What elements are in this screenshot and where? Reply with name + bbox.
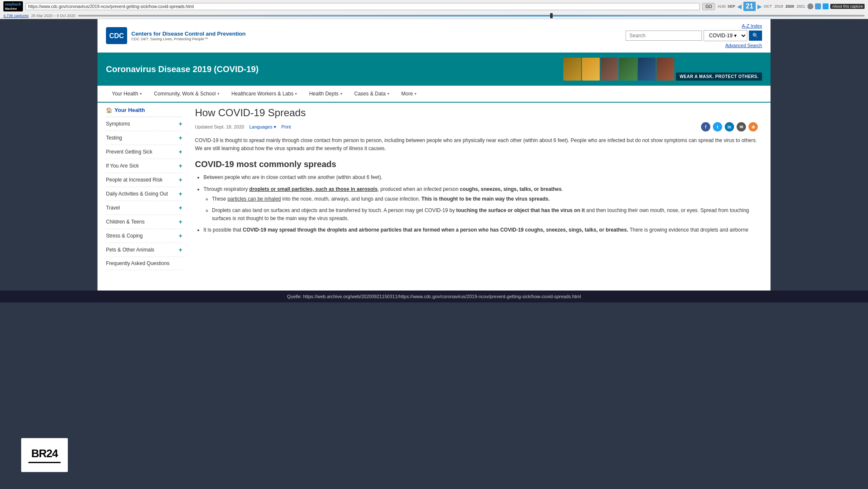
social-linkedin-icon[interactable]: in [725, 122, 734, 131]
nav-item-health-depts[interactable]: Health Depts ▾ [303, 86, 348, 102]
br24-logo: BR24 [21, 438, 68, 472]
sidebar-plus-daily: + [179, 190, 182, 197]
wayback-month-sep: SEP [728, 4, 735, 8]
wayback-timeline-dot [550, 13, 553, 18]
sidebar-plus-stress: + [179, 232, 182, 239]
article-intro: COVID-19 is thought to spread mainly thr… [195, 137, 758, 153]
nav-item-more[interactable]: More ▾ [395, 86, 423, 102]
source-text: Quelle: https://web.archive.org/web/2020… [287, 294, 581, 299]
mask-text-overlay: WEAR A MASK. PROTECT OTHERS. [676, 73, 762, 81]
article-languages-button[interactable]: Languages ▾ [249, 124, 276, 130]
nav-item-healthcare[interactable]: Healthcare Workers & Labs ▾ [225, 86, 303, 102]
article-date: Updated Sept. 18, 2020 [195, 124, 244, 129]
sidebar-item-symptoms[interactable]: Symptoms + [106, 117, 182, 131]
nav-item-community[interactable]: Community, Work & School ▾ [148, 86, 225, 102]
article-subbullet-2: Droplets can also land on surfaces and o… [212, 207, 758, 223]
article-bullet-3: It is possible that COVID-19 may spread … [203, 226, 758, 234]
wayback-bar: waybackMachine GO AUG SEP ◀ 21 ▶ OCT 201… [0, 0, 868, 19]
wayback-year-right: 2021 [796, 4, 805, 8]
wayback-date-range: 25 Mar 2020 – 9 Oct 2020 [31, 14, 76, 18]
article-subbullet-1: These particles can be inhaled into the … [212, 195, 758, 203]
cdc-search-dropdown[interactable]: COVID-19 ▾ [704, 30, 747, 41]
sidebar-plus-pets: + [179, 246, 182, 253]
cdc-advanced-search-link[interactable]: Advanced Search [725, 43, 762, 48]
sidebar-item-pets[interactable]: Pets & Other Animals + [106, 243, 182, 257]
wayback-timeline-bar [78, 15, 865, 17]
sidebar-item-increased-risk[interactable]: People at Increased Risk + [106, 173, 182, 187]
wayback-captures-link[interactable]: 4,736 captures [3, 14, 29, 18]
nav-chevron-community: ▾ [217, 92, 220, 96]
wayback-url-input[interactable] [25, 3, 700, 10]
nav-item-your-health[interactable]: Your Health ▾ [106, 86, 148, 102]
sidebar-item-faq[interactable]: Frequently Asked Questions [106, 257, 182, 270]
sidebar: 🏠 Your Health Symptoms + Testing + Preve… [106, 107, 182, 270]
social-twitter-icon[interactable]: t [713, 122, 722, 131]
banner-face-4 [619, 58, 637, 81]
nav-chevron-cases-data: ▾ [387, 92, 389, 96]
sidebar-plus-if-sick: + [179, 162, 182, 169]
banner-face-1 [563, 58, 581, 81]
sidebar-menu: Symptoms + Testing + Prevent Getting Sic… [106, 117, 182, 270]
covid-banner: Coronavirus Disease 2019 (COVID-19) WEAR… [97, 53, 771, 86]
cdc-az-index-link[interactable]: A-Z Index [742, 23, 762, 28]
banner-face-5 [638, 58, 656, 81]
sidebar-item-stress-coping[interactable]: Stress & Coping + [106, 229, 182, 243]
sidebar-item-testing[interactable]: Testing + [106, 131, 182, 145]
sidebar-plus-increased-risk: + [179, 176, 182, 183]
sidebar-item-children-teens[interactable]: Children & Teens + [106, 215, 182, 229]
br24-line [28, 462, 60, 463]
social-facebook-icon[interactable]: f [701, 122, 710, 131]
wayback-twitter-icon[interactable] [823, 3, 829, 9]
browser-content: CDC Centers for Disease Control and Prev… [97, 19, 771, 291]
wayback-prev-arrow[interactable]: ◀ [737, 3, 742, 10]
cdc-search-button[interactable]: 🔍 [749, 31, 762, 41]
article-meta: Updated Sept. 18, 2020 Languages ▾ Print… [195, 122, 758, 131]
cdc-title: Centers for Disease Control and Preventi… [131, 31, 245, 37]
sidebar-plus-travel: + [179, 204, 182, 211]
sidebar-item-if-sick[interactable]: If You Are Sick + [106, 159, 182, 173]
wayback-calendar: AUG SEP ◀ 21 ▶ OCT [718, 2, 772, 11]
sidebar-item-daily-activities[interactable]: Daily Activities & Going Out + [106, 187, 182, 201]
wayback-month-oct: OCT [764, 4, 772, 8]
wayback-logo[interactable]: waybackMachine [3, 1, 23, 11]
wayback-about-button[interactable]: About this capture [830, 4, 865, 9]
sidebar-item-travel[interactable]: Travel + [106, 201, 182, 215]
banner-right: WEAR A MASK. PROTECT OTHERS. [563, 58, 762, 81]
wayback-month-aug: AUG [718, 4, 726, 8]
article-subbullet-list: These particles can be inhaled into the … [203, 195, 758, 223]
article-print-button[interactable]: Print [281, 124, 291, 129]
cdc-search-input[interactable] [626, 31, 702, 41]
main-content: How COVID-19 Spreads Updated Sept. 18, 2… [191, 107, 762, 270]
sidebar-item-prevent[interactable]: Prevent Getting Sick + [106, 145, 182, 159]
social-rss-icon[interactable]: ⊕ [748, 122, 758, 131]
wayback-year-mid: 2020 [785, 4, 794, 8]
br24-text: BR24 [31, 447, 58, 460]
nav-item-cases-data[interactable]: Cases & Data ▾ [348, 86, 395, 102]
banner-face-2 [582, 58, 600, 81]
content-area: 🏠 Your Health Symptoms + Testing + Preve… [97, 103, 771, 274]
wayback-user-icon[interactable] [807, 3, 813, 9]
svg-text:CDC: CDC [109, 32, 124, 39]
social-email-icon[interactable]: ✉ [737, 122, 746, 131]
main-nav: Your Health ▾ Community, Work & School ▾… [97, 86, 771, 103]
cdc-logo-area: CDC Centers for Disease Control and Prev… [106, 27, 245, 44]
cdc-title-block: Centers for Disease Control and Preventi… [131, 31, 245, 41]
covid-banner-title: Coronavirus Disease 2019 (COVID-19) [106, 64, 259, 74]
sidebar-plus-testing: + [179, 134, 182, 141]
wayback-next-arrow[interactable]: ▶ [757, 3, 762, 10]
wayback-go-button[interactable]: GO [702, 3, 715, 10]
article-bullet-2: Through respiratory droplets or small pa… [203, 185, 758, 223]
cdc-search-area: A-Z Index COVID-19 ▾ 🔍 Advanced Search [626, 23, 762, 48]
article-bullet-1: Between people who are in close contact … [203, 173, 758, 182]
nav-chevron-health-depts: ▾ [340, 92, 342, 96]
article-title: How COVID-19 Spreads [195, 107, 758, 119]
cdc-search-row: COVID-19 ▾ 🔍 [626, 30, 762, 41]
banner-face-6 [657, 58, 674, 81]
article-bullet-list: Between people who are in close contact … [195, 173, 758, 234]
nav-chevron-more: ▾ [415, 92, 417, 96]
bottom-source-bar: Quelle: https://web.archive.org/web/2020… [0, 291, 868, 302]
wayback-facebook-icon[interactable] [815, 3, 821, 9]
cdc-logo-svg: CDC [106, 27, 127, 44]
sidebar-home-link[interactable]: 🏠 Your Health [106, 107, 182, 113]
banner-faces [563, 58, 674, 81]
